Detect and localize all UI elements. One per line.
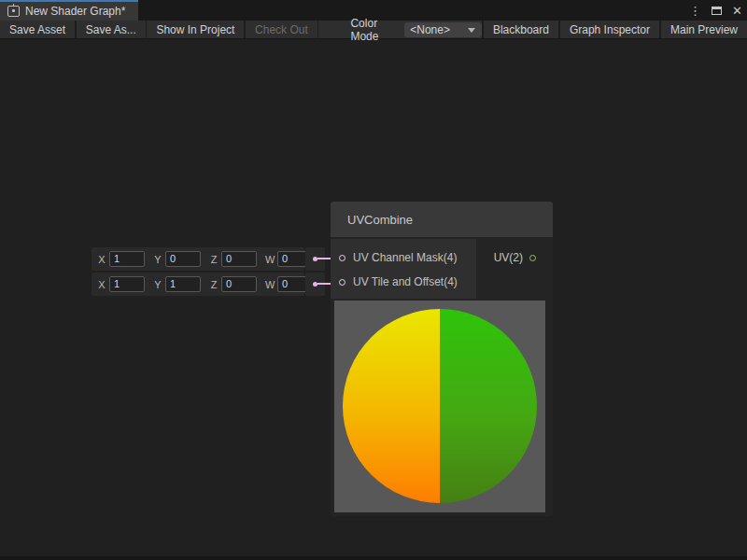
node-title-bar[interactable]: UVCombine — [331, 202, 553, 239]
window-controls: ⋮ ✕ — [689, 0, 742, 21]
output-port-row: UV(2) — [476, 245, 553, 270]
node-preview[interactable] — [334, 301, 545, 512]
color-mode-group: Color Mode <None> — [350, 21, 481, 38]
x-field-label: X — [97, 279, 106, 290]
z-field[interactable]: 0 — [221, 276, 257, 292]
maximize-icon[interactable] — [712, 7, 722, 15]
input-port-row: UV Channel Mask(4) — [331, 245, 476, 270]
tab-title: New Shader Graph* — [25, 5, 125, 18]
show-in-project-button[interactable]: Show In Project — [147, 21, 244, 38]
z-field[interactable]: 0 — [221, 251, 257, 267]
tab-new-shader-graph[interactable]: New Shader Graph* — [0, 0, 138, 21]
node-title: UVCombine — [347, 213, 413, 227]
main-preview-button[interactable]: Main Preview — [661, 21, 747, 38]
graph-inspector-button[interactable]: Graph Inspector — [560, 21, 659, 38]
z-field-label: Z — [209, 254, 218, 265]
node-preview-container — [331, 299, 553, 516]
view-toggle-group: Blackboard Graph Inspector Main Preview — [482, 21, 747, 38]
x-field[interactable]: 1 — [109, 276, 145, 292]
output-port-icon[interactable] — [529, 255, 536, 261]
close-icon[interactable]: ✕ — [732, 5, 742, 17]
node-input-ports: UV Channel Mask(4) UV Tile and Offset(4) — [331, 239, 476, 299]
sphere-right-half — [440, 309, 537, 503]
z-field-label: Z — [209, 279, 218, 290]
y-field-label: Y — [153, 254, 162, 265]
color-mode-value: <None> — [410, 23, 450, 36]
toolbar: Save Asset Save As... Show In Project Ch… — [0, 21, 747, 39]
preview-sphere — [343, 309, 537, 503]
input-port-row: UV Tile and Offset(4) — [331, 270, 476, 294]
blackboard-button[interactable]: Blackboard — [484, 21, 558, 38]
y-field-label: Y — [153, 279, 162, 290]
x-field[interactable]: 1 — [109, 251, 145, 267]
input-port-label: UV Channel Mask(4) — [353, 251, 457, 264]
w-field-label: W — [265, 254, 275, 265]
y-field[interactable]: 0 — [165, 251, 201, 267]
graph-canvas[interactable]: X 1 Y 0 Z 0 W 0 X 1 Y 1 Z 0 W 0 — [0, 40, 747, 560]
output-port-label: UV(2) — [494, 251, 523, 264]
input-port-icon[interactable] — [339, 255, 345, 261]
y-field[interactable]: 1 — [165, 276, 201, 292]
input-port-label: UV Tile and Offset(4) — [353, 275, 458, 288]
x-field-label: X — [97, 254, 106, 265]
color-mode-label: Color Mode — [350, 17, 397, 43]
node-uvcombine[interactable]: UVCombine UV Channel Mask(4) UV Tile and… — [331, 202, 553, 516]
vector4-input-row-1: X 1 Y 0 Z 0 W 0 — [92, 247, 304, 271]
color-mode-dropdown[interactable]: <None> — [404, 22, 482, 37]
input-port-icon[interactable] — [339, 279, 345, 286]
vector4-input-row-2: X 1 Y 1 Z 0 W 0 — [92, 273, 304, 296]
w-field-label: W — [265, 279, 275, 290]
window-menu-icon[interactable]: ⋮ — [689, 5, 701, 17]
toolbar-separator — [317, 21, 319, 38]
check-out-button: Check Out — [246, 21, 317, 38]
bottom-edge — [0, 556, 747, 560]
node-body: UV Channel Mask(4) UV Tile and Offset(4)… — [331, 239, 553, 299]
shader-graph-window: New Shader Graph* ⋮ ✕ Save Asset Save As… — [0, 0, 747, 560]
save-as-button[interactable]: Save As... — [77, 21, 146, 38]
sphere-left-half — [343, 309, 440, 503]
shader-graph-icon — [7, 6, 20, 17]
save-asset-button[interactable]: Save Asset — [0, 21, 75, 38]
node-output-ports: UV(2) — [476, 239, 553, 299]
chevron-down-icon — [468, 28, 475, 33]
